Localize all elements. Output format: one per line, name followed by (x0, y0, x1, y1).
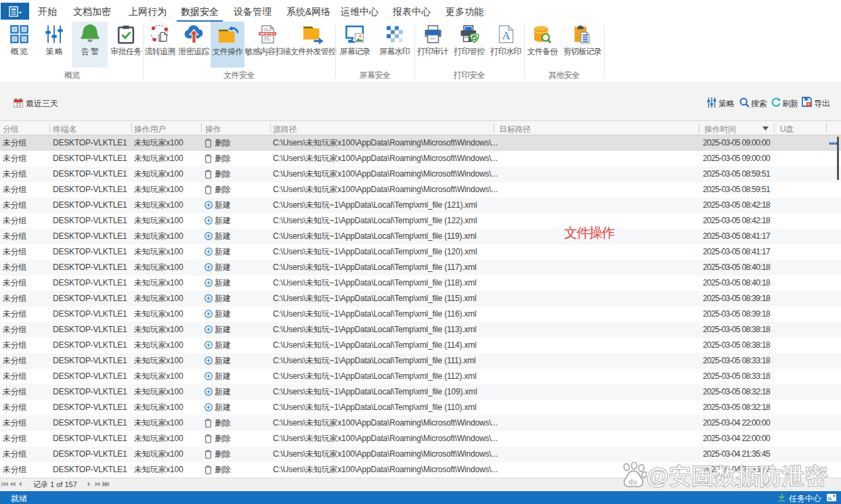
svg-text:du: du (628, 478, 637, 486)
svg-text:A: A (502, 29, 510, 42)
svg-text:23: 23 (16, 102, 21, 107)
